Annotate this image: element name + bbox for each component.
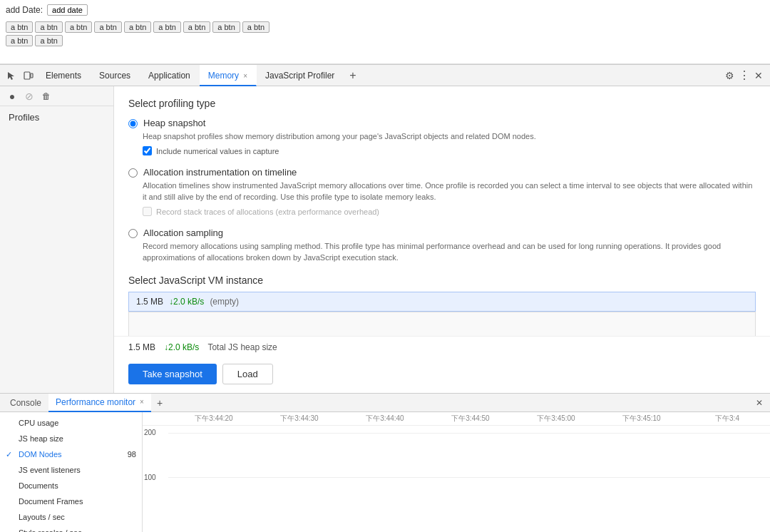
allocation-sampling-radio[interactable] xyxy=(128,229,138,238)
settings-icon[interactable]: ⚙ xyxy=(725,70,734,81)
cursor-icon[interactable] xyxy=(3,67,20,84)
monitor-item-0[interactable]: CPU usage xyxy=(0,415,142,431)
add-date-row: add Date: add date xyxy=(6,4,764,16)
tab-elements[interactable]: Elements xyxy=(37,65,91,86)
performance-chart: 下午3:44:20下午3:44:30下午3:44:40下午3:44:50下午3:… xyxy=(143,412,770,532)
vm-section-title: Select JavaScript VM instance xyxy=(128,275,756,286)
include-numerical-checkbox[interactable] xyxy=(143,146,152,155)
close-devtools-icon[interactable]: ✕ xyxy=(754,70,763,81)
customize-icon[interactable]: ⋮ xyxy=(739,68,750,82)
webpage-button-1[interactable]: a btn xyxy=(35,21,62,33)
dom-nodes-chart-svg xyxy=(168,426,770,528)
add-tab-button[interactable]: + xyxy=(344,69,361,82)
add-date-label: add Date: xyxy=(6,5,43,15)
chart-timeline: 下午3:44:20下午3:44:30下午3:44:40下午3:44:50下午3:… xyxy=(143,412,770,426)
add-bottom-tab-button[interactable]: + xyxy=(151,397,168,409)
chart-area: 200 100 xyxy=(143,426,770,528)
monitor-item-7[interactable]: Style recalcs / sec xyxy=(0,525,142,532)
include-numerical-label: Include numerical values in capture xyxy=(156,147,279,155)
devtools-tab-bar: Elements Sources Application Memory × Ja… xyxy=(0,65,770,86)
add-date-button[interactable]: add date xyxy=(47,4,88,16)
heap-snapshot-option[interactable]: Heap snapshot xyxy=(128,118,756,128)
timeline-label-4: 下午3:45:00 xyxy=(513,414,599,424)
tab-application[interactable]: Application xyxy=(140,65,200,86)
heap-snapshot-radio[interactable] xyxy=(128,119,138,128)
tab-memory[interactable]: Memory × xyxy=(200,65,257,86)
monitor-item-2[interactable]: ✓DOM Nodes98 xyxy=(0,446,142,462)
monitor-item-3[interactable]: JS event listeners xyxy=(0,462,142,478)
monitor-label-7: Style recalcs / sec xyxy=(19,528,82,532)
sidebar-toolbar: ● ⊘ 🗑 xyxy=(0,86,113,106)
webpage-button-6[interactable]: a btn xyxy=(183,21,210,33)
sidebar: ● ⊘ 🗑 Profiles xyxy=(0,86,114,393)
tab-console[interactable]: Console xyxy=(3,394,48,412)
heap-snapshot-group: Heap snapshot Heap snapshot profiles sho… xyxy=(128,118,756,155)
devtools-main: ● ⊘ 🗑 Profiles Select profiling type Hea… xyxy=(0,86,770,393)
monitor-label-1: JS heap size xyxy=(19,434,63,443)
bottom-panel: Console Performance monitor × + ✕ CPU us… xyxy=(0,393,770,532)
allocation-sampling-group: Allocation sampling Record memory alloca… xyxy=(128,227,756,263)
tab-js-profiler[interactable]: JavaScript Profiler xyxy=(257,65,344,86)
webpage-button-row2-0[interactable]: a btn xyxy=(6,35,33,46)
vm-section: Select JavaScript VM instance 1.5 MB ↓2.… xyxy=(128,275,756,336)
allocation-timeline-group: Allocation instrumentation on timeline A… xyxy=(128,167,756,216)
monitor-items-list: CPU usageJS heap size✓DOM Nodes98JS even… xyxy=(0,412,143,532)
devtools-actions: ⚙ ⋮ ✕ xyxy=(725,68,767,82)
monitor-item-5[interactable]: Document Frames xyxy=(0,493,142,509)
monitor-item-6[interactable]: Layouts / sec xyxy=(0,509,142,525)
device-icon[interactable] xyxy=(20,67,37,84)
delete-button[interactable]: 🗑 xyxy=(38,88,54,104)
bottom-content: CPU usageJS heap size✓DOM Nodes98JS even… xyxy=(0,412,770,532)
webpage-button-0[interactable]: a btn xyxy=(6,21,33,33)
timeline-label-3: 下午3:44:50 xyxy=(428,414,513,424)
svg-rect-0 xyxy=(24,72,30,79)
vm-rate: ↓2.0 kB/s xyxy=(169,297,204,307)
monitor-item-1[interactable]: JS heap size xyxy=(0,431,142,446)
heap-snapshot-label: Heap snapshot xyxy=(143,118,205,128)
chart-y-200: 200 xyxy=(144,429,156,436)
allocation-timeline-option[interactable]: Allocation instrumentation on timeline xyxy=(128,167,756,178)
webpage-button-3[interactable]: a btn xyxy=(94,21,121,33)
take-snapshot-button[interactable]: Take snapshot xyxy=(128,364,217,384)
footer-rate: ↓2.0 kB/s xyxy=(164,342,199,352)
timeline-label-1: 下午3:44:30 xyxy=(257,414,342,424)
footer-stats: 1.5 MB ↓2.0 kB/s Total JS heap size xyxy=(114,336,770,358)
svg-rect-1 xyxy=(31,73,33,78)
webpage-button-7[interactable]: a btn xyxy=(212,21,240,33)
load-button[interactable]: Load xyxy=(222,364,273,384)
button-row-1: a btna btna btna btna btna btna btna btn… xyxy=(6,21,764,33)
timeline-label-5: 下午3:45:10 xyxy=(599,414,684,424)
close-bottom-panel-button[interactable]: ✕ xyxy=(751,398,767,408)
webpage-button-row2-1[interactable]: a btn xyxy=(35,35,62,46)
vm-instance-item[interactable]: 1.5 MB ↓2.0 kB/s (empty) xyxy=(128,292,756,312)
tab-memory-close[interactable]: × xyxy=(243,72,247,80)
vm-label: (empty) xyxy=(210,297,239,307)
timeline-label-6: 下午3:4 xyxy=(684,414,770,424)
webpage-button-2[interactable]: a btn xyxy=(65,21,92,33)
timeline-label-2: 下午3:44:40 xyxy=(342,414,428,424)
webpage-button-5[interactable]: a btn xyxy=(153,21,180,33)
tab-performance-monitor-close[interactable]: × xyxy=(140,398,144,406)
monitor-item-4[interactable]: Documents xyxy=(0,478,142,493)
webpage-area: add Date: add date a btna btna btna btna… xyxy=(0,0,770,64)
allocation-sampling-label: Allocation sampling xyxy=(143,227,223,238)
webpage-button-4[interactable]: a btn xyxy=(124,21,151,33)
chart-y-100: 100 xyxy=(144,474,156,481)
allocation-sampling-option[interactable]: Allocation sampling xyxy=(128,227,756,238)
footer-label: Total JS heap size xyxy=(207,342,277,352)
button-row-2: a btna btn xyxy=(6,35,764,46)
webpage-button-8[interactable]: a btn xyxy=(242,21,270,33)
stop-button[interactable]: ⊘ xyxy=(21,88,37,104)
profiling-panel: Select profiling type Heap snapshot Heap… xyxy=(114,86,770,336)
tab-performance-monitor[interactable]: Performance monitor × xyxy=(48,394,151,412)
vm-preview-area xyxy=(128,312,756,336)
monitor-label-3: JS event listeners xyxy=(19,466,81,474)
record-stack-traces-checkbox[interactable] xyxy=(143,207,152,216)
allocation-timeline-radio[interactable] xyxy=(128,168,138,178)
main-panel: Select profiling type Heap snapshot Heap… xyxy=(114,86,770,393)
monitor-label-6: Layouts / sec xyxy=(19,513,65,521)
record-button[interactable]: ● xyxy=(4,88,20,104)
select-profiling-title: Select profiling type xyxy=(128,98,756,109)
tab-sources[interactable]: Sources xyxy=(91,65,140,86)
monitor-label-5: Document Frames xyxy=(19,497,83,506)
